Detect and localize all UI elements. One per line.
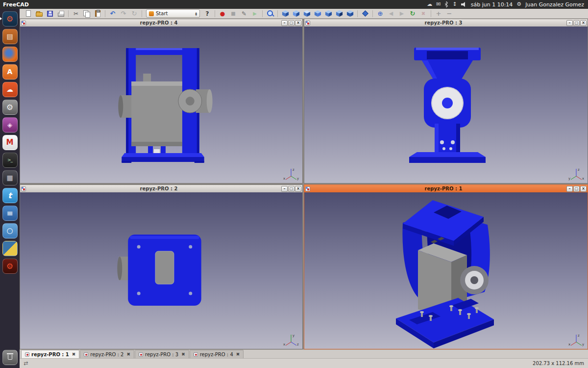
nav-stop-button[interactable] [418, 9, 428, 18]
tab-close-icon[interactable]: ✖ [236, 352, 240, 357]
macro-stop-button[interactable] [228, 9, 238, 18]
tab-repyz-pro-3[interactable]: repyz-PRO : 3 ✖ [135, 350, 189, 358]
close-button[interactable]: × [295, 186, 301, 192]
view-top-button[interactable] [302, 9, 312, 18]
macro-execute-button[interactable] [250, 9, 260, 18]
launcher-item-system-settings[interactable] [0, 98, 20, 116]
mdi-window-repyz-pro-4[interactable]: repyz-PRO : 4 – □ × [20, 19, 303, 184]
viewport-3d-isometric[interactable]: z x y [304, 192, 588, 349]
tab-repyz-pro-2[interactable]: repyz-PRO : 2 ✖ [80, 350, 134, 358]
mdi-window-repyz-pro-3[interactable]: repyz-PRO : 3 – □ × [304, 19, 588, 184]
mail-indicator-icon[interactable]: ✉ [436, 0, 441, 9]
maximize-button[interactable]: □ [288, 20, 294, 26]
window-titlebar[interactable]: repyz-PRO : 2 – □ × [20, 185, 302, 192]
freecad-doc-icon [84, 352, 88, 357]
minimize-button[interactable]: – [566, 186, 573, 192]
tab-repyz-pro-4[interactable]: repyz-PRO : 4 ✖ [190, 350, 244, 358]
window-titlebar[interactable]: repyz-PRO : 3 – □ × [304, 19, 588, 26]
model-side-view[interactable] [20, 26, 302, 183]
launcher-item-documents[interactable] [0, 204, 20, 222]
redo-button[interactable] [119, 9, 128, 18]
launcher-item-browser[interactable] [0, 222, 20, 239]
measure-distance-button[interactable] [360, 9, 370, 18]
volume-icon[interactable] [461, 2, 467, 7]
nav-back-button[interactable] [386, 9, 396, 18]
zoom-in-button[interactable] [434, 9, 443, 18]
workbench-selector[interactable]: Start [146, 9, 200, 18]
save-button[interactable] [45, 9, 55, 18]
close-button[interactable]: × [295, 20, 301, 26]
macro-edit-button[interactable] [239, 9, 249, 18]
close-button[interactable]: × [580, 20, 587, 26]
freecad-doc-icon [305, 21, 310, 26]
network-icon[interactable]: ↕ [452, 0, 457, 9]
view-bottom-button[interactable] [334, 9, 344, 18]
dimension-toggle-icon[interactable]: ⇄ [24, 360, 28, 367]
launcher-item-twitter[interactable] [0, 186, 20, 204]
maximize-button[interactable]: □ [288, 186, 294, 192]
undo-button[interactable] [108, 9, 118, 18]
launcher-item-freecad[interactable] [0, 10, 20, 27]
whats-this-button[interactable] [202, 9, 212, 18]
window-titlebar-active[interactable]: repyz-PRO : 1 – □ × [304, 185, 588, 192]
open-button[interactable] [34, 9, 44, 18]
servo-opening-top[interactable] [155, 251, 174, 284]
view-axonometric-button[interactable] [280, 9, 290, 18]
tab-close-icon[interactable]: ✖ [72, 352, 76, 357]
model-isometric-view[interactable] [304, 192, 588, 349]
tab-repyz-pro-1[interactable]: repyz-PRO : 1 ✖ [21, 350, 79, 358]
mdi-window-repyz-pro-1[interactable]: repyz-PRO : 1 – □ × [304, 184, 588, 349]
launcher-item-gmail[interactable] [0, 133, 20, 151]
clock[interactable]: sáb jun 1 10:14 [471, 1, 513, 8]
launcher-item-python[interactable] [0, 239, 20, 257]
maximize-button[interactable]: □ [573, 20, 580, 26]
paste-button[interactable] [93, 9, 102, 18]
view-rear-button[interactable] [323, 9, 333, 18]
launcher-item-trash[interactable] [0, 348, 20, 366]
workbench-label: Start [156, 11, 168, 16]
base-plate-isometric[interactable] [396, 298, 494, 348]
launcher-item-cad-tool[interactable] [0, 257, 20, 275]
model-top-view[interactable] [20, 192, 302, 349]
minimize-button[interactable]: – [281, 186, 288, 192]
model-front-view[interactable] [304, 26, 588, 183]
launcher-item-media-app[interactable] [0, 116, 20, 133]
username[interactable]: Juan Gonzalez Gomez [525, 1, 584, 8]
view-left-button[interactable] [345, 9, 355, 18]
zoom-out-button[interactable] [444, 9, 454, 18]
viewport-3d-side[interactable]: z x y [20, 26, 302, 183]
session-gear-icon[interactable]: ⚙ [516, 0, 521, 9]
nav-forward-button[interactable] [397, 9, 407, 18]
servo-output-hub[interactable] [460, 266, 489, 294]
refresh-button[interactable] [129, 9, 139, 18]
servo-hub-front[interactable] [431, 87, 464, 119]
new-document-button[interactable] [24, 9, 33, 18]
close-button[interactable]: × [580, 186, 587, 192]
window-titlebar[interactable]: repyz-PRO : 4 – □ × [20, 19, 302, 26]
minimize-button[interactable]: – [281, 20, 288, 26]
macro-record-button[interactable] [218, 9, 227, 18]
cloud-sync-icon[interactable]: ☁ [427, 0, 432, 9]
view-right-button[interactable] [313, 9, 322, 18]
viewport-3d-front[interactable]: z y x [304, 26, 588, 183]
viewport-3d-top[interactable]: y x z [20, 192, 302, 349]
mdi-window-repyz-pro-2[interactable]: repyz-PRO : 2 – □ × [20, 184, 303, 349]
tab-close-icon[interactable]: ✖ [126, 352, 130, 357]
print-button[interactable] [56, 9, 66, 18]
tab-close-icon[interactable]: ✖ [181, 352, 185, 357]
launcher-item-ubuntu-one[interactable] [0, 80, 20, 98]
maximize-button[interactable]: □ [573, 186, 580, 192]
launcher-item-terminal[interactable] [0, 151, 20, 169]
launcher-item-firefox[interactable] [0, 45, 20, 63]
copy-button[interactable] [82, 9, 92, 18]
launcher-item-workspaces[interactable] [0, 169, 20, 186]
web-browser-button[interactable] [375, 9, 385, 18]
bluetooth-icon[interactable] [444, 1, 448, 7]
fit-all-button[interactable] [265, 9, 275, 18]
minimize-button[interactable]: – [566, 20, 573, 26]
view-front-button[interactable] [291, 9, 301, 18]
launcher-item-software-center[interactable] [0, 63, 20, 80]
cut-button[interactable] [71, 9, 81, 18]
launcher-item-file-manager[interactable] [0, 27, 20, 45]
nav-refresh-button[interactable] [408, 9, 417, 18]
